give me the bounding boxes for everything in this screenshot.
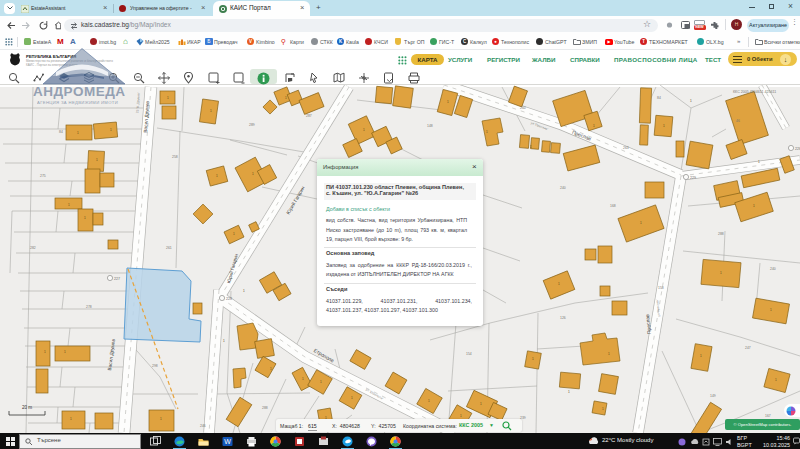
svg-text:289: 289	[249, 123, 255, 127]
svg-text:226: 226	[795, 147, 800, 151]
svg-text:1: 1	[568, 390, 570, 394]
svg-text:84: 84	[59, 130, 63, 134]
svg-text:1: 1	[602, 407, 604, 411]
svg-text:1: 1	[460, 414, 462, 418]
svg-text:1: 1	[223, 339, 225, 343]
svg-text:149: 149	[710, 394, 716, 398]
svg-text:287: 287	[306, 114, 312, 118]
svg-text:1: 1	[775, 378, 777, 382]
svg-text:148: 148	[427, 124, 433, 128]
svg-text:158: 158	[658, 286, 664, 290]
svg-text:240: 240	[770, 267, 776, 271]
svg-text:1: 1	[753, 204, 755, 208]
svg-text:247: 247	[745, 346, 751, 350]
svg-text:1: 1	[351, 396, 353, 400]
svg-text:154: 154	[466, 352, 472, 356]
svg-text:1: 1	[70, 417, 72, 421]
svg-text:1: 1	[216, 174, 218, 178]
svg-text:1: 1	[68, 203, 70, 207]
svg-text:1: 1	[486, 130, 488, 134]
svg-text:168: 168	[610, 204, 616, 208]
svg-text:1: 1	[530, 145, 532, 149]
svg-text:1: 1	[77, 131, 79, 135]
svg-text:1: 1	[758, 160, 760, 164]
svg-text:288: 288	[718, 232, 724, 236]
svg-text:263: 263	[623, 146, 629, 150]
svg-text:1: 1	[243, 289, 245, 293]
svg-text:ККС 2005 4804611 425611: ККС 2005 4804611 425611	[733, 90, 776, 94]
svg-text:1: 1	[285, 96, 287, 100]
svg-text:1: 1	[96, 158, 98, 162]
svg-text:260: 260	[520, 106, 526, 110]
svg-text:1: 1	[44, 350, 46, 354]
svg-text:84: 84	[657, 96, 661, 100]
svg-text:1: 1	[720, 271, 722, 275]
svg-text:1: 1	[770, 308, 772, 312]
svg-text:1: 1	[110, 128, 112, 132]
svg-text:240: 240	[560, 186, 566, 190]
svg-text:1: 1	[320, 380, 322, 384]
svg-text:1: 1	[663, 124, 665, 128]
svg-text:1: 1	[558, 282, 560, 286]
svg-text:1: 1	[532, 357, 534, 361]
svg-text:275: 275	[40, 174, 46, 178]
svg-text:227: 227	[114, 277, 120, 281]
svg-text:298: 298	[152, 364, 158, 368]
svg-text:288: 288	[262, 406, 268, 410]
svg-text:1: 1	[64, 350, 66, 354]
svg-text:20 m: 20 m	[22, 405, 32, 410]
svg-text:W: W	[224, 438, 231, 445]
svg-text:1: 1	[84, 216, 86, 220]
svg-text:1: 1	[447, 100, 449, 104]
svg-text:246: 246	[200, 424, 206, 428]
svg-text:1: 1	[167, 96, 169, 100]
svg-text:167: 167	[765, 414, 771, 418]
svg-text:1: 1	[363, 128, 365, 132]
svg-text:261: 261	[166, 246, 172, 250]
svg-text:282: 282	[30, 246, 36, 250]
svg-text:228: 228	[226, 297, 232, 301]
svg-text:1: 1	[270, 367, 272, 371]
svg-text:1: 1	[302, 377, 304, 381]
svg-text:1: 1	[640, 221, 642, 225]
svg-text:258: 258	[172, 155, 178, 159]
svg-text:1: 1	[160, 417, 162, 421]
svg-text:229: 229	[690, 176, 696, 180]
svg-text:1: 1	[480, 402, 482, 406]
svg-text:46: 46	[736, 119, 740, 123]
svg-text:1: 1	[252, 172, 254, 176]
svg-text:1: 1	[210, 109, 212, 113]
svg-text:1: 1	[428, 399, 430, 403]
svg-text:278: 278	[86, 305, 92, 309]
svg-text:1: 1	[593, 124, 595, 128]
svg-text:1: 1	[233, 232, 235, 236]
svg-text:1: 1	[700, 354, 702, 358]
svg-text:1: 1	[608, 352, 610, 356]
svg-text:1: 1	[690, 99, 692, 103]
svg-text:126: 126	[560, 316, 566, 320]
